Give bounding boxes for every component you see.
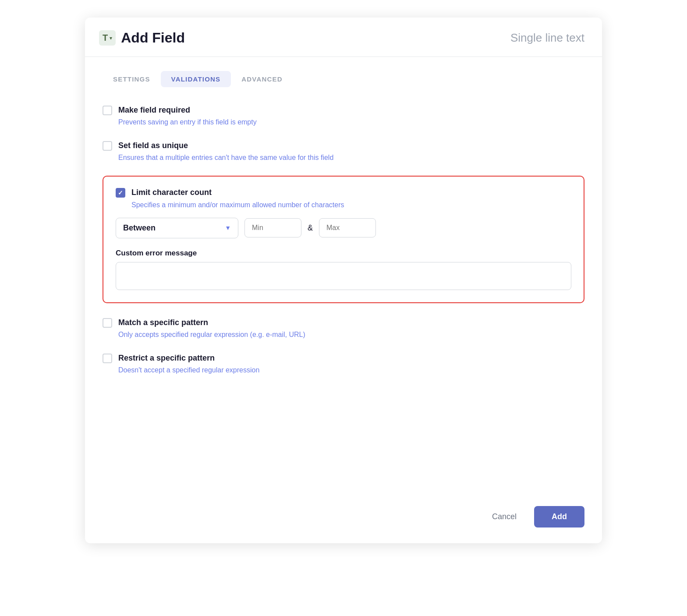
restrict-pattern-checkbox[interactable] <box>103 354 112 363</box>
make-required-checkbox[interactable] <box>103 106 112 115</box>
modal-footer: Cancel Add <box>85 496 602 543</box>
type-badge[interactable]: T ▾ <box>99 30 116 46</box>
modal-body: SETTINGS VALIDATIONS ADVANCED Make field… <box>85 57 602 496</box>
set-unique-checkbox[interactable] <box>103 141 112 151</box>
min-input[interactable] <box>244 218 301 237</box>
make-required-description: Prevents saving an entry if this field i… <box>118 118 584 126</box>
match-pattern-description: Only accepts specified regular expressio… <box>118 331 584 339</box>
error-message-input[interactable] <box>116 262 571 290</box>
limit-char-count-checkbox[interactable] <box>116 188 125 198</box>
tab-settings[interactable]: SETTINGS <box>103 71 161 87</box>
limit-char-count-row: Limit character count <box>116 187 571 198</box>
set-unique-description: Ensures that a multiple entries can't ha… <box>118 154 584 162</box>
cancel-button[interactable]: Cancel <box>483 507 525 527</box>
make-required-section: Make field required Prevents saving an e… <box>103 105 584 126</box>
between-dropdown-value: Between <box>123 223 156 233</box>
limit-char-count-section: Limit character count Specifies a minimu… <box>103 176 584 303</box>
limit-char-count-description: Specifies a minimum and/or maximum allow… <box>131 201 571 209</box>
ampersand-label: & <box>308 223 313 233</box>
modal-title: Add Field <box>121 30 185 46</box>
modal-header: T ▾ Add Field Single line text <box>85 18 602 57</box>
char-count-controls: Between ▼ & <box>116 218 571 238</box>
between-dropdown[interactable]: Between ▼ <box>116 218 238 238</box>
restrict-pattern-section: Restrict a specific pattern Doesn't acce… <box>103 353 584 374</box>
restrict-pattern-row: Restrict a specific pattern <box>103 353 584 364</box>
max-input[interactable] <box>319 218 376 237</box>
add-field-modal: T ▾ Add Field Single line text SETTINGS … <box>85 18 602 543</box>
tab-bar: SETTINGS VALIDATIONS ADVANCED <box>103 71 584 87</box>
match-pattern-label: Match a specific pattern <box>118 317 208 328</box>
field-type-label: Single line text <box>510 31 584 45</box>
tab-validations[interactable]: VALIDATIONS <box>161 71 231 87</box>
match-pattern-row: Match a specific pattern <box>103 317 584 328</box>
restrict-pattern-description: Doesn't accept a specified regular expre… <box>118 366 584 374</box>
set-unique-section: Set field as unique Ensures that a multi… <box>103 140 584 162</box>
tab-advanced[interactable]: ADVANCED <box>231 71 293 87</box>
restrict-pattern-label: Restrict a specific pattern <box>118 353 215 364</box>
dropdown-chevron-icon: ▼ <box>225 224 231 231</box>
error-message-label: Custom error message <box>116 249 571 258</box>
match-pattern-section: Match a specific pattern Only accepts sp… <box>103 317 584 339</box>
set-unique-row: Set field as unique <box>103 140 584 151</box>
add-button[interactable]: Add <box>534 506 584 527</box>
custom-error-message-group: Custom error message <box>116 249 571 290</box>
make-required-row: Make field required <box>103 105 584 116</box>
make-required-label: Make field required <box>118 105 190 116</box>
set-unique-label: Set field as unique <box>118 140 188 151</box>
limit-char-count-label: Limit character count <box>131 187 212 198</box>
type-chevron-icon: ▾ <box>110 35 112 41</box>
type-letter: T <box>103 33 108 43</box>
header-left: T ▾ Add Field <box>99 30 185 46</box>
match-pattern-checkbox[interactable] <box>103 318 112 328</box>
